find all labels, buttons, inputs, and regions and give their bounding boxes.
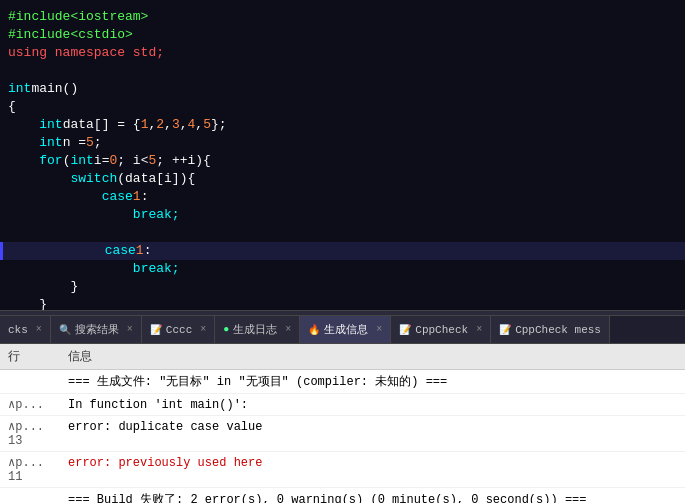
code-line-16: }	[0, 278, 685, 296]
tab-cppcheck-close[interactable]: ×	[476, 324, 482, 335]
code-line-14: case 1 :	[0, 242, 685, 260]
code-line-7: int data[] = { 1 , 2 , 3 , 4 , 5 };	[0, 116, 685, 134]
tab-bar: cks × 🔍 搜索结果 × 📝 Cccc × ● 生成日志 ×	[0, 316, 685, 344]
code-line-13	[0, 224, 685, 242]
code-line-17: }	[0, 296, 685, 310]
output-cell-line-2: ∧p...	[0, 396, 60, 413]
code-line-2: #include<cstdio>	[0, 26, 685, 44]
code-line-10: switch (data[i]){	[0, 170, 685, 188]
tab-cccc-close[interactable]: ×	[200, 324, 206, 335]
code-line-9: for ( int i= 0 ; i< 5 ; ++i){	[0, 152, 685, 170]
col-header-line: 行	[0, 346, 60, 367]
output-row-5: === Build 失败了: 2 error(s), 0 warning(s) …	[0, 488, 685, 503]
col-header-info: 信息	[60, 346, 685, 367]
app-container: #include<iostream> #include<cstdio> usin…	[0, 0, 685, 503]
tab-search-close[interactable]: ×	[127, 324, 133, 335]
tab-cccc-label: Cccc	[166, 324, 192, 336]
bottom-panel: cks × 🔍 搜索结果 × 📝 Cccc × ● 生成日志 ×	[0, 316, 685, 503]
tab-locks-label: cks	[8, 324, 28, 336]
tab-log-close[interactable]: ×	[285, 324, 291, 335]
tab-cppmsg[interactable]: 📝 CppCheck mess	[491, 316, 610, 343]
code-line-6: {	[0, 98, 685, 116]
output-row-1: === 生成文件: "无目标" in "无项目" (compiler: 未知的)…	[0, 370, 685, 394]
output-row-4: ∧p... 11 error: previously used here	[0, 452, 685, 488]
code-line-8: int n = 5 ;	[0, 134, 685, 152]
tab-search[interactable]: 🔍 搜索结果 ×	[51, 316, 142, 343]
code-line-15: break;	[0, 260, 685, 278]
tab-build-close[interactable]: ×	[376, 324, 382, 335]
tab-cppcheck[interactable]: 📝 CppCheck ×	[391, 316, 491, 343]
output-cell-info-4: error: previously used here	[60, 455, 685, 471]
log-icon: ●	[223, 324, 229, 335]
edit-icon: 📝	[150, 324, 162, 336]
tab-log[interactable]: ● 生成日志 ×	[215, 316, 300, 343]
tab-locks-close[interactable]: ×	[36, 324, 42, 335]
tab-build[interactable]: 🔥 生成信息 ×	[300, 316, 391, 343]
output-row-2: ∧p... In function 'int main()':	[0, 394, 685, 416]
cppmsg-icon: 📝	[499, 324, 511, 336]
output-row-3: ∧p... 13 error: duplicate case value	[0, 416, 685, 452]
build-icon: 🔥	[308, 324, 320, 336]
output-cell-line-3: ∧p... 13	[0, 418, 60, 449]
code-line-3: using namespace std;	[0, 44, 685, 62]
tab-cppcheck-label: CppCheck	[415, 324, 468, 336]
cppcheck-icon: 📝	[399, 324, 411, 336]
code-line-12: break;	[0, 206, 685, 224]
output-cell-info-2: In function 'int main()':	[60, 397, 685, 413]
code-line-1: #include<iostream>	[0, 8, 685, 26]
code-line-5: int main()	[0, 80, 685, 98]
output-cell-line-1	[0, 383, 60, 385]
tab-search-label: 搜索结果	[75, 322, 119, 337]
output-header: 行 信息	[0, 344, 685, 370]
output-cell-info-5: === Build 失败了: 2 error(s), 0 warning(s) …	[60, 490, 685, 503]
output-cell-line-4: ∧p... 11	[0, 454, 60, 485]
output-cell-info-1: === 生成文件: "无目标" in "无项目" (compiler: 未知的)…	[60, 372, 685, 391]
output-cell-info-3: error: duplicate case value	[60, 419, 685, 435]
code-line-4	[0, 62, 685, 80]
tab-log-label: 生成日志	[233, 322, 277, 337]
tab-cppmsg-label: CppCheck mess	[515, 324, 601, 336]
output-panel: 行 信息 === 生成文件: "无目标" in "无项目" (compiler:…	[0, 344, 685, 503]
search-icon: 🔍	[59, 324, 71, 336]
code-line-11: case 1 :	[0, 188, 685, 206]
tab-build-label: 生成信息	[324, 322, 368, 337]
tab-locks[interactable]: cks ×	[0, 316, 51, 343]
output-rows: === 生成文件: "无目标" in "无项目" (compiler: 未知的)…	[0, 370, 685, 503]
code-editor[interactable]: #include<iostream> #include<cstdio> usin…	[0, 0, 685, 310]
tab-cccc[interactable]: 📝 Cccc ×	[142, 316, 215, 343]
